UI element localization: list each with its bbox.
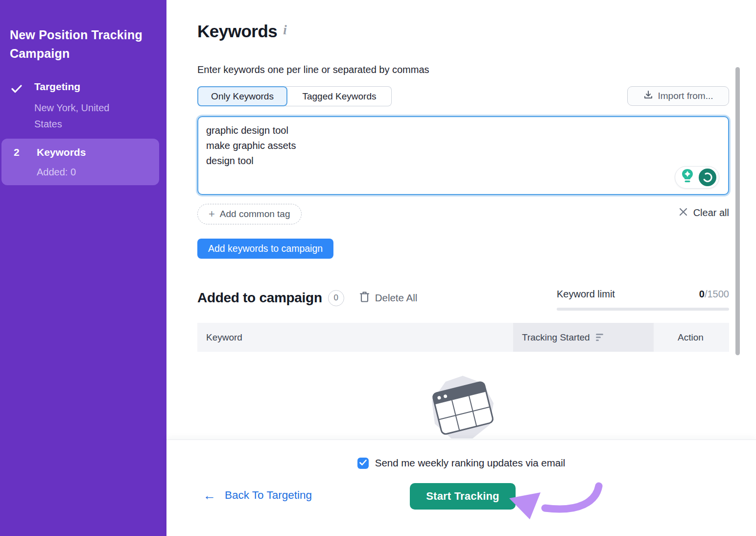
start-tracking-button[interactable]: Start Tracking (410, 483, 516, 510)
keyword-limit-label: Keyword limit (557, 289, 615, 300)
clear-all-button[interactable]: Clear all (679, 207, 729, 219)
column-keyword: Keyword (197, 323, 513, 352)
sort-icon (596, 334, 603, 341)
back-to-targeting-label: Back To Targeting (225, 489, 312, 502)
check-icon (11, 83, 23, 95)
added-to-campaign-header: Added to campaign 0 Delete All (197, 288, 417, 308)
page-title: Keywords (197, 22, 277, 41)
added-to-campaign-title: Added to campaign (197, 290, 322, 306)
download-icon (643, 90, 653, 102)
keywords-instruction: Enter keywords one per line or separated… (197, 64, 429, 75)
import-from-button[interactable]: Import from... (627, 86, 729, 106)
suggestions-loading-spinner[interactable] (699, 169, 716, 186)
empty-table-illustration (426, 370, 499, 445)
keywords-textarea-wrap: graphic design tool make graphic assets … (197, 116, 729, 195)
lightbulb-suggestion-icon[interactable] (680, 168, 695, 187)
keywords-input[interactable]: graphic design tool make graphic assets … (197, 116, 729, 195)
checkmark-icon (359, 460, 367, 467)
keyword-suggestions-widget (675, 166, 719, 189)
tab-only-keywords[interactable]: Only Keywords (197, 86, 287, 106)
annotation-arrow-icon (499, 482, 607, 533)
plus-icon: + (209, 208, 215, 220)
tag-and-clear-row: + Add common tag Clear all (197, 204, 729, 224)
email-opt-in-checkbox[interactable] (357, 458, 369, 469)
add-keywords-to-campaign-button[interactable]: Add keywords to campaign (197, 239, 333, 259)
delete-all-button[interactable]: Delete All (359, 291, 418, 305)
step-keywords-value: Added: 0 (37, 164, 135, 180)
keyword-limit-block: Keyword limit 0/1500 (557, 289, 729, 311)
keyword-limit-progress-bar (557, 308, 729, 311)
email-opt-in-row: Send me weekly ranking updates via email (166, 457, 756, 469)
column-tracking-started-label: Tracking Started (522, 332, 590, 343)
vertical-scrollbar-thumb[interactable] (735, 67, 740, 355)
trash-icon (359, 291, 370, 305)
keywords-mode-tabs: Only Keywords Tagged Keywords (197, 86, 392, 106)
sidebar-step-keywords[interactable]: 2 Keywords Added: 0 (1, 139, 159, 185)
added-count-badge: 0 (328, 290, 344, 306)
wizard-title: New Position Tracking Campaign (10, 25, 157, 63)
keyword-limit-used: 0 (699, 289, 705, 299)
add-common-tag-label: Add common tag (220, 209, 290, 219)
info-icon[interactable]: i (283, 23, 287, 38)
import-from-label: Import from... (658, 91, 713, 101)
step-targeting-label: Targeting (34, 81, 80, 93)
wizard-sidebar: New Position Tracking Campaign Targeting… (0, 0, 166, 536)
step-keywords-label: Keywords (37, 146, 86, 158)
keyword-limit-value: 0/1500 (699, 289, 729, 300)
column-tracking-started[interactable]: Tracking Started (513, 323, 654, 352)
wizard-footer: Send me weekly ranking updates via email… (166, 439, 756, 536)
column-action: Action (654, 323, 729, 352)
add-common-tag-button[interactable]: + Add common tag (197, 204, 302, 224)
tab-tagged-keywords[interactable]: Tagged Keywords (285, 86, 392, 106)
clear-all-label: Clear all (693, 207, 729, 219)
clear-x-icon (679, 207, 687, 219)
step-keywords-number: 2 (14, 146, 20, 158)
keyword-limit-total: /1500 (705, 289, 729, 299)
keywords-table-header: Keyword Tracking Started Action (197, 323, 729, 352)
email-opt-in-label: Send me weekly ranking updates via email (375, 457, 566, 469)
back-to-targeting-link[interactable]: ← Back To Targeting (203, 489, 312, 502)
back-arrow-icon: ← (203, 490, 216, 501)
step-targeting-value: New York, United States (34, 100, 132, 132)
delete-all-label: Delete All (375, 292, 418, 304)
